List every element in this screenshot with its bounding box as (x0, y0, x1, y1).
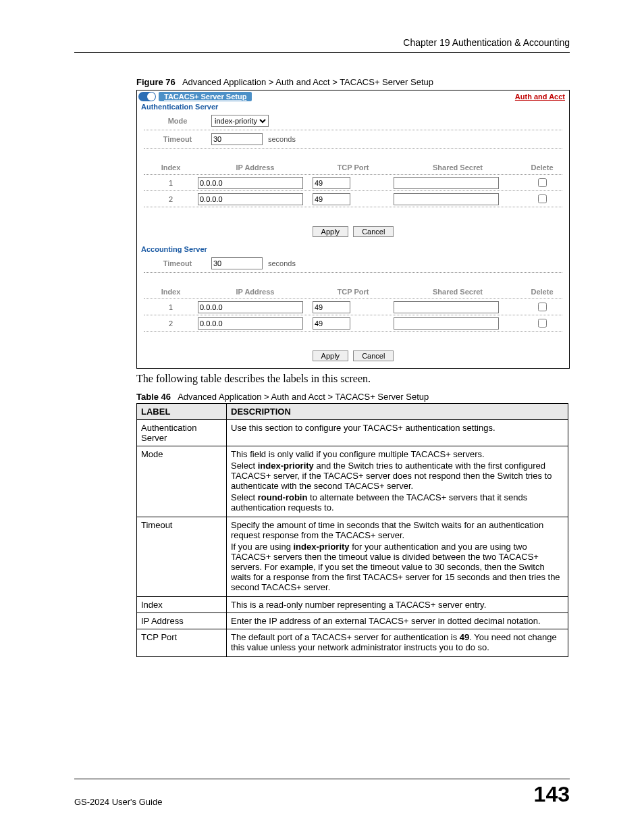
table-caption: Table 46 Advanced Application > Auth and… (136, 392, 570, 402)
auth-and-acct-link[interactable]: Auth and Acct (515, 93, 565, 101)
desc-cell: Specify the amount of time in seconds th… (227, 517, 568, 597)
cancel-button[interactable]: Cancel (353, 350, 394, 361)
table-row: 2 (144, 315, 562, 332)
apply-button[interactable]: Apply (313, 350, 349, 361)
desc-cell: Enter the IP address of an external TACA… (227, 613, 568, 629)
index-cell: 1 (144, 179, 198, 187)
label-cell: IP Address (137, 613, 227, 629)
timeout-label: Timeout (144, 135, 211, 143)
delete-checkbox[interactable] (538, 319, 547, 328)
desc-para: Select round-robin to alternate between … (231, 492, 564, 513)
port-input[interactable] (313, 177, 350, 189)
table-number: Table 46 (136, 392, 171, 402)
screenshot-panel: TACACS+ Server Setup Auth and Acct Authe… (136, 90, 570, 369)
desc-cell: The default port of a TACACS+ server for… (227, 629, 568, 657)
col-delete: Delete (522, 163, 562, 172)
screenshot-title: TACACS+ Server Setup (159, 92, 252, 101)
figure-number: Figure 76 (136, 77, 176, 87)
delete-checkbox[interactable] (538, 194, 547, 203)
auth-section-header: Authentication Server (137, 101, 569, 112)
figure-caption-text: Advanced Application > Auth and Acct > T… (182, 77, 433, 87)
secret-input[interactable] (394, 177, 499, 189)
cancel-button[interactable]: Cancel (353, 226, 394, 237)
label-cell: TCP Port (137, 629, 227, 657)
delete-checkbox[interactable] (538, 303, 547, 311)
mode-select[interactable]: index-priority (211, 115, 269, 127)
intro-text: The following table describes the labels… (136, 373, 570, 385)
toggle-icon (138, 92, 156, 101)
delete-checkbox[interactable] (538, 178, 547, 187)
col-port: TCP Port (313, 288, 394, 296)
col-index: Index (144, 288, 198, 296)
desc-para: If you are using index-priority for your… (231, 542, 564, 592)
col-delete: Delete (522, 288, 562, 296)
page-footer: GS-2024 User's Guide 143 (74, 779, 570, 807)
description-table: LABEL DESCRIPTION Authentication Server … (136, 403, 568, 657)
acct-timeout-label: Timeout (144, 259, 211, 267)
label-cell: Index (137, 597, 227, 613)
col-secret: Shared Secret (394, 288, 522, 296)
col-port: TCP Port (313, 163, 394, 172)
timeout-unit: seconds (268, 135, 296, 143)
index-cell: 2 (144, 319, 198, 328)
th-label: LABEL (137, 404, 227, 420)
label-cell: Mode (137, 446, 227, 517)
ip-input[interactable] (198, 193, 303, 205)
secret-input[interactable] (394, 193, 499, 205)
page-number: 143 (534, 782, 570, 807)
port-input[interactable] (313, 317, 350, 330)
col-index: Index (144, 163, 198, 172)
secret-input[interactable] (394, 317, 499, 330)
desc-para: The default port of a TACACS+ server for… (231, 632, 564, 652)
table-row: 2 (144, 191, 562, 207)
desc-cell: This field is only valid if you configur… (227, 446, 568, 517)
port-input[interactable] (313, 193, 350, 205)
desc-para: This field is only valid if you configur… (231, 449, 564, 459)
table-row: 1 (144, 299, 562, 315)
timeout-input[interactable] (211, 133, 263, 145)
apply-button[interactable]: Apply (313, 226, 349, 237)
mode-label: Mode (144, 117, 211, 125)
ip-input[interactable] (198, 301, 303, 313)
table-row: 1 (144, 175, 562, 191)
chapter-header: Chapter 19 Authentication & Accounting (74, 37, 570, 53)
label-cell: Authentication Server (137, 420, 227, 446)
acct-timeout-unit: seconds (268, 259, 296, 267)
index-cell: 1 (144, 303, 198, 311)
screenshot-titlebar: TACACS+ Server Setup Auth and Acct (137, 90, 569, 101)
desc-cell: Use this section to configure your TACAC… (227, 420, 568, 446)
table-caption-text: Advanced Application > Auth and Acct > T… (178, 392, 429, 402)
desc-cell: This is a read-only number representing … (227, 597, 568, 613)
footer-guide: GS-2024 User's Guide (74, 797, 162, 807)
col-ip: IP Address (198, 288, 313, 296)
col-secret: Shared Secret (394, 163, 522, 172)
desc-para: Select index-priority and the Switch tri… (231, 461, 564, 491)
port-input[interactable] (313, 301, 350, 313)
figure-caption: Figure 76 Advanced Application > Auth an… (136, 77, 570, 87)
label-cell: Timeout (137, 517, 227, 597)
index-cell: 2 (144, 195, 198, 203)
desc-para: Specify the amount of time in seconds th… (231, 520, 564, 540)
ip-input[interactable] (198, 177, 303, 189)
acct-section-header: Accounting Server (137, 244, 569, 255)
acct-table-header: Index IP Address TCP Port Shared Secret … (144, 285, 562, 299)
auth-table-header: Index IP Address TCP Port Shared Secret … (144, 161, 562, 175)
secret-input[interactable] (394, 301, 499, 313)
th-description: DESCRIPTION (227, 404, 568, 420)
acct-timeout-input[interactable] (211, 257, 263, 269)
ip-input[interactable] (198, 317, 303, 330)
col-ip: IP Address (198, 163, 313, 172)
